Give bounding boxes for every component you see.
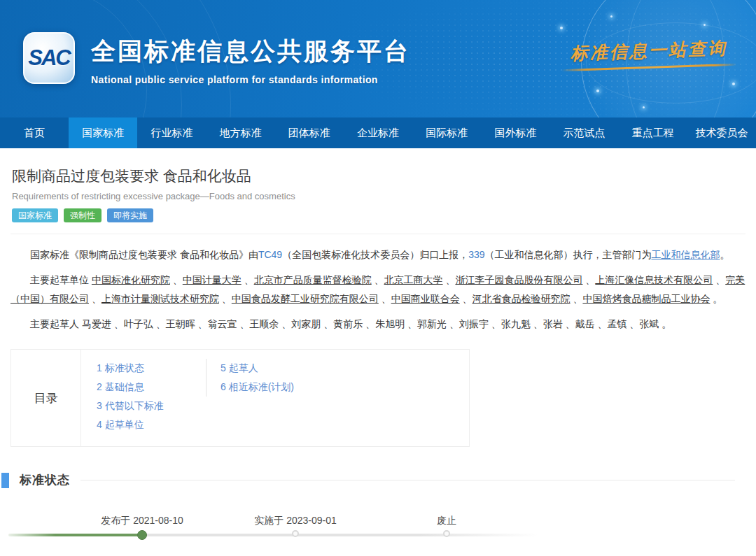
paragraphs: 国家标准《限制商品过度包装要求 食品和化妆品》由TC49（全国包装标准化技术委员…: [10, 245, 746, 334]
timeline-label: 废止: [437, 515, 456, 527]
separator: 、: [447, 318, 459, 329]
timeline-track-line: [142, 534, 539, 536]
org-link[interactable]: 河北省食品检验研究院: [472, 293, 570, 304]
nav-item-团体标准[interactable]: 团体标准: [275, 117, 344, 148]
separator: 、: [626, 318, 639, 329]
nav-item-国际标准[interactable]: 国际标准: [412, 117, 481, 148]
drafter-name: 朱旭明: [375, 318, 405, 329]
org-link[interactable]: 北京市产品质量监督检验院: [254, 274, 372, 285]
page: SAC 全国标准信息公共服务平台 National public service…: [0, 0, 756, 556]
separator: 、: [460, 293, 472, 304]
inline-link[interactable]: 工业和信息化部: [651, 249, 720, 260]
separator: 、: [563, 318, 575, 329]
sac-logo[interactable]: SAC: [23, 32, 75, 84]
spark-dot: [596, 90, 599, 92]
timeline-dot-pending: [292, 530, 299, 537]
separator: 、: [713, 274, 725, 285]
site-subtitle: National public service platform for sta…: [91, 74, 410, 85]
drafter-name: 孟镇: [607, 318, 626, 329]
drafter-name: 张九魁: [501, 318, 531, 329]
drafter-name: 戴岳: [575, 318, 595, 329]
separator: 。: [659, 318, 671, 329]
paragraph-text: （工业和信息化部）执行，主管部门为: [484, 249, 651, 260]
status-badge: 国家标准: [12, 208, 58, 222]
toc-column-1: 1 标准状态2 基础信息3 代替以下标准4 起草单位: [81, 359, 206, 434]
separator: 、: [372, 274, 384, 285]
org-link[interactable]: 中国食品发酵工业研究院有限公司: [232, 293, 379, 304]
sac-logo-text: SAC: [28, 45, 69, 71]
drafter-name: 张岩: [543, 318, 563, 329]
slogan: 标准信息一站查询: [561, 39, 736, 69]
org-link[interactable]: 北京工商大学: [384, 274, 443, 285]
nav-item-地方标准[interactable]: 地方标准: [206, 117, 275, 148]
nav-item-首页[interactable]: 首页: [0, 117, 69, 148]
paragraph-text: （全国包装标准化技术委员会）归口上报，: [282, 249, 468, 260]
site-title: 全国标准信息公共服务平台: [91, 35, 410, 68]
drafter-name: 翁云宣: [208, 318, 237, 329]
content: 限制商品过度包装要求 食品和化妆品 Requirements of restri…: [0, 148, 756, 550]
drafter-name: 刘家朋: [291, 318, 321, 329]
drafter-name: 郭新光: [417, 318, 447, 329]
separator: 。: [710, 293, 722, 304]
spark-dot: [732, 83, 735, 85]
drafters-paragraph: 主要起草人 马爱进 、叶子弘 、王朝晖 、翁云宣 、王顺余 、刘家朋 、黄前乐 …: [10, 315, 746, 334]
nav-item-国家标准[interactable]: 国家标准: [69, 117, 137, 148]
table-of-contents: 目录 1 标准状态2 基础信息3 代替以下标准4 起草单位 5 起草人6 相近标…: [10, 349, 470, 447]
separator: 、: [489, 318, 501, 329]
inline-link[interactable]: TC49: [258, 249, 282, 260]
drafter-name: 黄前乐: [333, 318, 363, 329]
org-link[interactable]: 中国焙烤食品糖制品工业协会: [582, 293, 710, 304]
drafter-name: 王顺余: [249, 318, 279, 329]
badges-row: 国家标准强制性即将实施: [12, 208, 744, 222]
drafter-name: 张斌: [639, 318, 659, 329]
separator: 、: [405, 318, 417, 329]
toc-item-代替以下标准[interactable]: 3 代替以下标准: [97, 397, 206, 415]
paragraph-label: 主要起草单位: [30, 274, 92, 285]
standard-title: 限制商品过度包装要求 食品和化妆品: [12, 166, 744, 186]
separator: 、: [153, 318, 166, 329]
timeline-progress-line: [8, 534, 142, 536]
section-marker: [1, 473, 9, 488]
separator: 、: [89, 293, 102, 304]
status-badge: 即将实施: [107, 208, 153, 222]
toc-column-2: 5 起草人6 相近标准(计划): [206, 359, 294, 397]
nav-item-国外标准[interactable]: 国外标准: [481, 117, 550, 148]
timeline-dot-pending: [443, 530, 450, 537]
standard-header: 限制商品过度包装要求 食品和化妆品 Requirements of restri…: [10, 148, 746, 234]
org-link[interactable]: 上海汇像信息技术有限公司: [595, 274, 713, 285]
standard-title-english: Requirements of restricting excessive pa…: [12, 191, 744, 201]
inline-link[interactable]: 339: [468, 249, 484, 260]
nav-item-技术委员会[interactable]: 技术委员会: [687, 117, 756, 148]
separator: 、: [111, 318, 124, 329]
timeline-dot-done: [137, 530, 147, 540]
separator: 、: [321, 318, 333, 329]
toc-item-相近标准(计划)[interactable]: 6 相近标准(计划): [220, 378, 294, 397]
spark-dot: [704, 24, 706, 26]
separator: 、: [582, 274, 595, 285]
org-link[interactable]: 中国标准化研究院: [92, 274, 170, 285]
separator: 、: [170, 274, 183, 285]
toc-body: 1 标准状态2 基础信息3 代替以下标准4 起草单位 5 起草人6 相近标准(计…: [81, 350, 469, 446]
intro-paragraph: 国家标准《限制商品过度包装要求 食品和化妆品》由TC49（全国包装标准化技术委员…: [10, 245, 746, 264]
drafting-units-paragraph: 主要起草单位 中国标准化研究院 、中国计量大学 、北京市产品质量监督检验院 、北…: [10, 271, 746, 308]
toc-item-基础信息[interactable]: 2 基础信息: [97, 378, 206, 397]
toc-label: 目录: [11, 350, 81, 446]
separator: 、: [595, 318, 608, 329]
spark-dot: [610, 15, 612, 17]
spark-dot: [643, 106, 645, 108]
separator: 、: [219, 293, 232, 304]
toc-item-标准状态[interactable]: 1 标准状态: [97, 359, 206, 378]
nav-item-企业标准[interactable]: 企业标准: [344, 117, 412, 148]
org-link[interactable]: 上海市计量测试技术研究院: [102, 293, 219, 304]
org-link[interactable]: 中国商业联合会: [391, 293, 460, 304]
org-link[interactable]: 中国计量大学: [183, 274, 241, 285]
nav-item-行业标准[interactable]: 行业标准: [137, 117, 206, 148]
nav-item-示范试点[interactable]: 示范试点: [550, 117, 619, 148]
drafter-name: 叶子弘: [124, 318, 153, 329]
nav-item-重点工程[interactable]: 重点工程: [619, 117, 687, 148]
drafter-name: 刘振宇: [459, 318, 489, 329]
toc-item-起草人[interactable]: 5 起草人: [220, 359, 294, 378]
org-link[interactable]: 浙江李子园食品股份有限公司: [455, 274, 582, 285]
toc-item-起草单位[interactable]: 4 起草单位: [97, 415, 206, 434]
paragraph-text: 国家标准《限制商品过度包装要求 食品和化妆品》由: [30, 249, 258, 260]
